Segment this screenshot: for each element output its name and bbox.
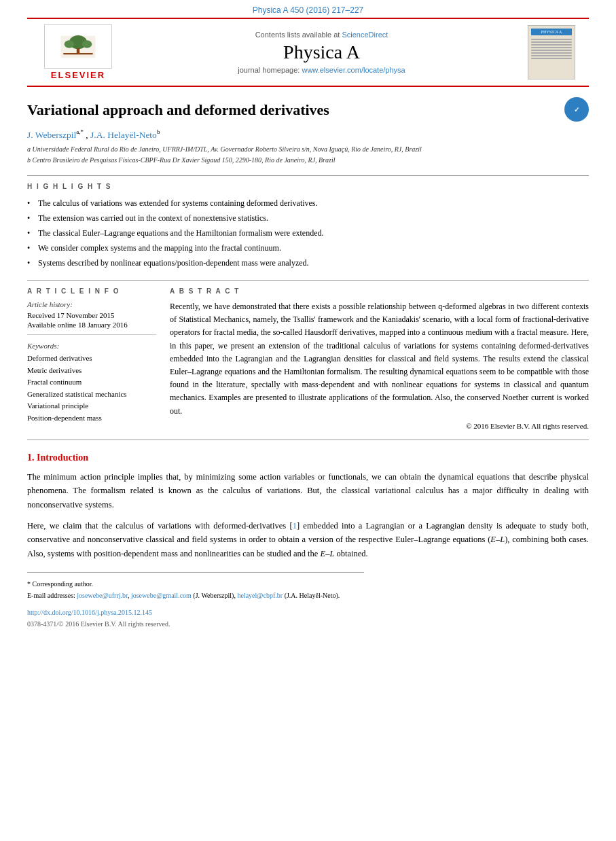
article-info: A R T I C L E I N F O Article history: R… bbox=[27, 287, 156, 430]
copyright-line: © 2016 Elsevier B.V. All rights reserved… bbox=[170, 422, 589, 430]
thumb-header: PHYSICA A bbox=[531, 29, 572, 35]
abstract-section: A B S T R A C T Recently, we have demons… bbox=[170, 287, 589, 430]
affiliation-b: b Centro Brasileiro de Pesquisas Físicas… bbox=[27, 155, 589, 166]
received-date: Received 17 November 2015 bbox=[27, 311, 156, 319]
footnote-section: * Corresponding author. E-mail addresses… bbox=[27, 578, 589, 630]
crossmark-icon[interactable]: ✓ bbox=[564, 97, 589, 122]
elsevier-logo: ELSEVIER bbox=[41, 24, 115, 80]
svg-point-4 bbox=[82, 40, 92, 48]
intro-paragraph-2: Here, we claim that the calculus of vari… bbox=[27, 519, 589, 561]
journal-header: ELSEVIER Contents lists available at Sci… bbox=[27, 18, 589, 87]
keywords-section: Keywords: Deformed derivatives Metric de… bbox=[27, 342, 156, 425]
highlights-divider-top bbox=[27, 175, 589, 176]
keywords-label: Keywords: bbox=[27, 342, 156, 350]
highlight-item: Systems described by nonlinear equations… bbox=[27, 255, 589, 270]
abstract-title: A B S T R A C T bbox=[170, 287, 589, 295]
keyword-5: Variational principle bbox=[27, 400, 156, 412]
svg-rect-5 bbox=[63, 53, 93, 54]
affiliation-a: a Universidade Federal Rural do Rio de J… bbox=[27, 144, 589, 155]
journal-center: Contents lists available at ScienceDirec… bbox=[126, 31, 517, 74]
highlight-item: We consider complex systems and the mapp… bbox=[27, 240, 589, 255]
intro-heading: 1. Introduction bbox=[27, 452, 589, 463]
author1-link[interactable]: J. Weberszpil bbox=[27, 129, 76, 139]
corresponding-author: * Corresponding author. bbox=[27, 578, 589, 590]
sciencedirect-link[interactable]: ScienceDirect bbox=[342, 31, 388, 39]
article-history-label: Article history: bbox=[27, 300, 156, 308]
affiliations: a Universidade Federal Rural do Rio de J… bbox=[27, 144, 589, 166]
keyword-1: Deformed derivatives bbox=[27, 353, 156, 365]
footnote-divider bbox=[27, 572, 364, 573]
issn-line: 0378-4371/© 2016 Elsevier B.V. All right… bbox=[27, 618, 589, 630]
highlight-item: The classical Euler–Lagrange equations a… bbox=[27, 226, 589, 240]
logo-image bbox=[44, 24, 112, 69]
contents-text: Contents lists available at ScienceDirec… bbox=[126, 31, 517, 39]
abstract-divider-bottom bbox=[27, 440, 589, 440]
svg-point-3 bbox=[65, 40, 75, 48]
email-line: E-mail addresses: josewebe@ufrrj.br, jos… bbox=[27, 590, 589, 601]
paper-content: ✓ Variational approach and deformed deri… bbox=[27, 87, 589, 630]
keyword-6: Position-dependent mass bbox=[27, 412, 156, 425]
highlights-list: The calculus of variations was extended … bbox=[27, 196, 589, 270]
abstract-text: Recently, we have demonstrated that ther… bbox=[170, 300, 589, 418]
email3-link[interactable]: helayel@cbpf.br bbox=[237, 592, 283, 599]
keyword-3: Fractal continuum bbox=[27, 376, 156, 389]
paper-title: Variational approach and deformed deriva… bbox=[27, 101, 589, 120]
svg-text:✓: ✓ bbox=[574, 106, 579, 113]
highlights-divider-bottom bbox=[27, 280, 589, 281]
email2-link[interactable]: josewebe@gmail.com bbox=[131, 592, 192, 599]
homepage-link[interactable]: www.elsevier.com/locate/physa bbox=[302, 66, 405, 74]
highlights-title: H I G H L I G H T S bbox=[27, 183, 589, 190]
journal-title: Physica A bbox=[126, 41, 517, 63]
authors-line: J. Weberszpila,* , J.A. Helayël-Netob bbox=[27, 128, 589, 141]
keyword-2: Metric derivatives bbox=[27, 365, 156, 377]
two-col-section: A R T I C L E I N F O Article history: R… bbox=[27, 287, 589, 430]
highlights-section: H I G H L I G H T S The calculus of vari… bbox=[27, 183, 589, 270]
title-area: ✓ Variational approach and deformed deri… bbox=[27, 101, 589, 120]
doi-link[interactable]: http://dx.doi.org/10.1016/j.physa.2015.1… bbox=[27, 607, 589, 618]
keywords-divider bbox=[27, 334, 156, 335]
keyword-4: Generalized statistical mechanics bbox=[27, 389, 156, 401]
email1-link[interactable]: josewebe@ufrrj.br bbox=[77, 592, 128, 599]
available-date: Available online 18 January 2016 bbox=[27, 321, 156, 329]
article-info-title: A R T I C L E I N F O bbox=[27, 287, 156, 295]
highlight-item: The calculus of variations was extended … bbox=[27, 196, 589, 211]
thumb-lines bbox=[531, 37, 572, 60]
journal-citation: Physica A 450 (2016) 217–227 bbox=[0, 0, 616, 18]
homepage-line: journal homepage: www.elsevier.com/locat… bbox=[126, 66, 517, 74]
introduction-section: 1. Introduction The minimum action princ… bbox=[27, 452, 589, 561]
author2-link[interactable]: J.A. Helayël-Neto bbox=[90, 129, 157, 139]
elsevier-label: ELSEVIER bbox=[51, 70, 105, 80]
intro-paragraph-1: The minimum action principle implies tha… bbox=[27, 470, 589, 512]
journal-thumbnail: PHYSICA A bbox=[528, 25, 575, 79]
highlight-item: The extension was carried out in the con… bbox=[27, 211, 589, 226]
